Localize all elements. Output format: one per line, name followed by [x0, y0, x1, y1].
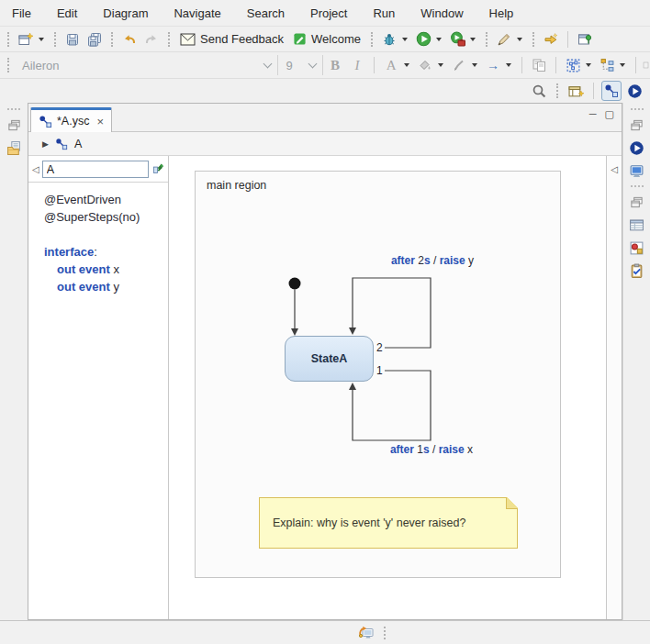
menu-item-diagram[interactable]: Diagram [103, 6, 148, 20]
pin-icon[interactable] [151, 163, 163, 175]
menu-item-search[interactable]: Search [247, 6, 285, 20]
maximize-icon[interactable]: ▢ [605, 108, 614, 120]
toolbar-drag-handle[interactable] [7, 58, 9, 72]
toolbar-separator-handle[interactable] [371, 32, 373, 47]
send-feedback-button[interactable]: Send Feedback [176, 29, 287, 50]
tasks-view-button[interactable] [629, 262, 645, 279]
statechart-file-icon [39, 115, 52, 128]
last-edit-location-button[interactable] [541, 29, 561, 50]
statechart-name-input[interactable] [42, 161, 149, 178]
menu-item-edit[interactable]: Edit [57, 6, 77, 20]
strip-drag-handle[interactable] [631, 108, 644, 110]
font-color-dropdown-arrow[interactable] [404, 63, 409, 67]
welcome-button[interactable]: Welcome [289, 29, 364, 50]
perspective-statechart-button[interactable] [601, 81, 622, 101]
toolbar-separator-handle[interactable] [168, 32, 170, 47]
font-color-button[interactable]: A [381, 55, 401, 75]
fill-color-dropdown-arrow[interactable] [438, 63, 443, 67]
toolbar-separator-handle[interactable] [556, 83, 558, 98]
bold-button[interactable]: B [325, 55, 345, 75]
copy-appearance-button[interactable] [529, 55, 549, 75]
breakpoints-view-button[interactable] [629, 239, 645, 256]
font-size-combo[interactable]: 9 [280, 55, 323, 75]
menu-item-project[interactable]: Project [310, 6, 347, 20]
state-label: StateA [311, 352, 348, 365]
console-view-button[interactable] [629, 162, 645, 179]
menu-item-window[interactable]: Window [420, 6, 463, 20]
clipped-toolbar-icon[interactable] [643, 55, 650, 75]
minimized-view-button[interactable] [358, 625, 375, 641]
strip-drag-handle[interactable] [631, 185, 644, 187]
tab-close-icon[interactable]: × [96, 116, 104, 128]
breadcrumb-expand-icon[interactable]: ▶ [42, 139, 49, 149]
arrow-type-button[interactable]: → [483, 55, 503, 75]
pin-editor-icon [577, 32, 592, 47]
properties-view-button[interactable] [629, 217, 645, 233]
project-explorer-icon [6, 140, 22, 156]
transition-priority-2[interactable]: 2 [376, 341, 383, 354]
menu-item-file[interactable]: File [12, 6, 31, 20]
undo-button[interactable] [119, 29, 140, 50]
pin-editor-button[interactable] [575, 29, 595, 50]
italic-button[interactable]: I [347, 55, 367, 75]
run-dropdown-arrow[interactable] [436, 38, 442, 41]
transition-label-after-2s[interactable]: after 2s / raise y [372, 254, 493, 267]
menu-item-run[interactable]: Run [373, 6, 395, 20]
definition-section[interactable]: ◁ @EventDriven@SuperSteps(no) interface:… [28, 156, 169, 619]
breadcrumb-label[interactable]: A [74, 138, 82, 150]
open-perspective-button[interactable] [566, 81, 586, 101]
code-line: interface: [44, 243, 168, 261]
profile-button[interactable] [447, 29, 467, 50]
strip-drag-handle[interactable] [7, 108, 20, 110]
collapse-left-icon[interactable]: ◁ [611, 164, 618, 619]
status-drag-handle[interactable] [384, 627, 386, 639]
select-all-dropdown-arrow[interactable] [586, 63, 591, 67]
external-tools-dropdown-arrow[interactable] [517, 38, 522, 41]
line-color-dropdown-arrow[interactable] [472, 63, 477, 67]
debug-dropdown-arrow[interactable] [402, 38, 408, 41]
redo-button[interactable] [141, 29, 162, 50]
save-all-button[interactable] [84, 29, 105, 50]
collapse-left-icon[interactable]: ◁ [32, 164, 39, 174]
restore-views-button[interactable] [629, 117, 645, 133]
initial-state-dot[interactable] [289, 278, 301, 290]
run-button[interactable] [413, 29, 433, 50]
arrow-type-dropdown-arrow[interactable] [506, 63, 511, 67]
project-explorer-button[interactable] [6, 139, 22, 156]
toolbar-separator-handle[interactable] [111, 32, 113, 47]
restore-views-button[interactable] [629, 194, 645, 210]
select-all-button[interactable] [563, 55, 583, 75]
restore-views-button[interactable] [6, 117, 22, 133]
perspective-simulation-button[interactable] [624, 81, 644, 101]
diagram-note[interactable]: Explain: why is event 'y' never raised? [259, 497, 518, 549]
profile-dropdown-arrow[interactable] [470, 38, 476, 41]
diagram-canvas[interactable]: main region [169, 156, 606, 619]
toolbar-separator-handle[interactable] [532, 32, 534, 47]
definition-code[interactable]: @EventDriven@SuperSteps(no) interface:ou… [28, 183, 168, 295]
debug-button[interactable] [379, 29, 399, 50]
fill-color-button[interactable] [415, 55, 435, 75]
font-name-combo[interactable]: Aileron [16, 55, 278, 75]
menu-item-help[interactable]: Help [489, 6, 514, 20]
external-tools-button[interactable] [494, 29, 514, 50]
new-dropdown-arrow[interactable] [39, 38, 44, 41]
layout-button[interactable] [597, 55, 617, 75]
menu-item-navigate[interactable]: Navigate [174, 6, 220, 20]
new-wizard-button[interactable] [16, 29, 36, 50]
transition-priority-1[interactable]: 1 [376, 364, 383, 377]
line-color-button[interactable] [449, 55, 469, 75]
toolbar-separator-handle[interactable] [54, 32, 56, 47]
keyword-token: raise [439, 443, 465, 456]
new-wizard-icon [18, 32, 33, 47]
transition-label-after-1s[interactable]: after 1s / raise x [371, 443, 492, 456]
save-button[interactable] [62, 29, 83, 50]
main-region[interactable]: main region [195, 171, 561, 578]
state-node-statea[interactable]: StateA [285, 336, 374, 382]
toolbar-drag-handle[interactable] [7, 32, 9, 47]
minimize-icon[interactable]: ─ [589, 108, 597, 120]
toolbar-separator-handle[interactable] [486, 32, 488, 47]
layout-dropdown-arrow[interactable] [620, 63, 625, 67]
search-button[interactable] [529, 81, 549, 101]
simulation-view-button[interactable] [629, 139, 645, 156]
tab-a-ysc[interactable]: *A.ysc × [30, 107, 112, 132]
